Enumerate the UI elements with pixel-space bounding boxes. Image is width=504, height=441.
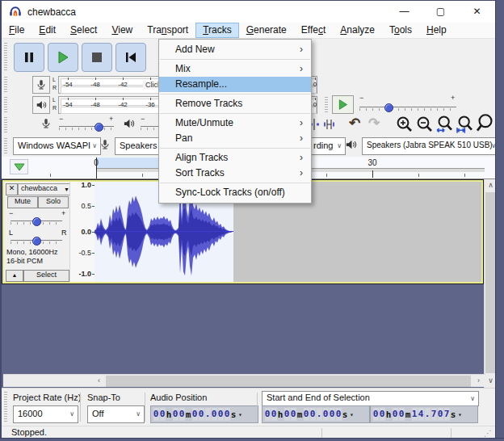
vertical-scale-label: 1.0 <box>70 181 91 189</box>
time-field-arrow-icon[interactable]: ▾ <box>458 411 462 418</box>
snap-to-select[interactable]: Off ∨ <box>87 405 145 423</box>
playback-volume-groove <box>141 126 160 127</box>
selection-start-field[interactable]: 00h00m00.000s▾ <box>262 405 370 423</box>
selection-mode-select[interactable]: Start and End of Selection ∨ <box>262 391 479 406</box>
menu-item-mix[interactable]: Mix› <box>159 61 311 77</box>
transport-toolbar-grip[interactable] <box>4 43 7 72</box>
pin-playhead-button[interactable] <box>10 159 28 174</box>
scroll-right-icon[interactable]: › <box>472 375 485 387</box>
menu-item-sort-tracks[interactable]: Sort Tracks› <box>159 166 311 181</box>
solo-button[interactable]: Solo <box>38 196 69 208</box>
track-close-button[interactable]: ✕ <box>6 183 18 195</box>
record-meter-grip[interactable] <box>4 77 7 93</box>
playback-volume-ticks <box>141 128 160 130</box>
fit-project-button[interactable] <box>456 115 475 134</box>
meter-scale-tick <box>123 98 124 100</box>
resize-grip[interactable]: ⋰ <box>484 429 492 438</box>
time-digit: 0 <box>399 408 405 421</box>
time-digit: 0 <box>438 408 443 421</box>
audacity-logo-icon <box>9 6 22 19</box>
menu-item-add-new[interactable]: Add New› <box>159 42 311 57</box>
track-workspace[interactable]: ✕ chewbacca ▼ Mute Solo − + L R <box>2 179 495 388</box>
zoom-toggle-button[interactable] <box>476 113 495 134</box>
menubar-item-edit[interactable]: Edit <box>32 23 63 38</box>
horizontal-scrollbar-thumb[interactable] <box>106 376 471 387</box>
pan-right-label: R <box>61 229 67 237</box>
project-rate-select[interactable]: 16000 ∨ <box>13 405 78 423</box>
close-button[interactable]: ✕ <box>459 1 495 23</box>
menubar-item-tools[interactable]: Tools <box>382 23 419 38</box>
audio-position-field[interactable]: 00h00m00.000s▾ <box>150 405 258 423</box>
record-volume-thumb[interactable] <box>94 123 103 132</box>
menu-item-mute-unmute[interactable]: Mute/Unmute› <box>159 116 311 131</box>
play-button[interactable] <box>48 43 78 72</box>
mixer-speaker-icon <box>123 117 135 132</box>
menubar-item-view[interactable]: View <box>104 23 140 38</box>
stop-button[interactable] <box>82 43 112 72</box>
audio-host-select[interactable]: Windows WASAPI ∨ <box>13 137 101 155</box>
time-digit: 7 <box>444 408 450 421</box>
selection-toolbar-grip[interactable] <box>4 392 7 422</box>
chevron-down-icon: ∨ <box>470 393 475 405</box>
redo-button[interactable]: ↷ <box>365 115 383 132</box>
device-toolbar-grip[interactable] <box>4 138 7 154</box>
playback-meter-speaker-icon[interactable] <box>32 96 50 114</box>
menu-item-align-tracks[interactable]: Align Tracks› <box>159 150 311 166</box>
menubar-item-generate[interactable]: Generate <box>239 23 294 38</box>
menubar-item-analyze[interactable]: Analyze <box>333 23 382 38</box>
mixer-toolbar-grip[interactable] <box>4 117 7 133</box>
timeline-minor-tick <box>464 174 465 177</box>
undo-button[interactable]: ↶ <box>346 115 363 132</box>
vertical-scale-label: -1.0 <box>70 270 91 278</box>
play-at-speed-grip[interactable] <box>325 97 328 113</box>
window-border-right <box>495 0 504 441</box>
menubar-item-file[interactable]: File <box>2 23 32 38</box>
collapse-track-button[interactable]: ▲ <box>6 270 23 282</box>
minimize-button[interactable]: — <box>386 1 422 23</box>
time-digit: . <box>425 408 430 421</box>
menu-item-pan[interactable]: Pan› <box>159 131 311 146</box>
fit-selection-button[interactable] <box>435 115 455 134</box>
time-digit: 0 <box>323 408 329 421</box>
track-select-button[interactable]: Select <box>23 270 69 282</box>
pan-slider-thumb[interactable] <box>32 237 41 246</box>
record-meter-mic-icon[interactable] <box>32 76 50 94</box>
pause-button[interactable] <box>14 43 44 72</box>
menubar-item-select[interactable]: Select <box>63 23 104 38</box>
playback-meter-r-label: R <box>52 105 57 111</box>
zoom-out-button[interactable] <box>415 115 435 134</box>
record-meter-l-label: L <box>52 77 56 83</box>
playback-device-speaker-icon <box>345 138 357 153</box>
gain-slider-thumb[interactable] <box>32 217 41 226</box>
horizontal-scrollbar[interactable]: ‹ › <box>3 374 485 387</box>
time-digit: 0 <box>153 408 159 421</box>
time-field-arrow-icon[interactable]: ▾ <box>238 411 242 418</box>
selection-end-field[interactable]: 00h00m14.707s▾ <box>370 405 478 423</box>
speed-slider-thumb[interactable] <box>384 103 393 112</box>
skip-to-start-button[interactable] <box>116 43 146 72</box>
project-rate-label: Project Rate (Hz) <box>13 393 81 402</box>
menubar-item-effect[interactable]: Effect <box>294 23 333 38</box>
silence-audio-icon[interactable] <box>322 118 336 131</box>
playback-device-select[interactable]: Speakers (Jabra SPEAK 510 USB) ∨ <box>362 137 500 155</box>
scroll-left-icon[interactable]: ‹ <box>93 375 105 387</box>
meter-scale-tick <box>68 98 69 100</box>
snap-to-label: Snap-To <box>87 393 120 402</box>
playback-meter-grip[interactable] <box>4 97 7 113</box>
time-digit: 0 <box>199 408 204 421</box>
time-field-arrow-icon[interactable]: ▾ <box>350 411 354 418</box>
menubar-item-help[interactable]: Help <box>419 23 454 38</box>
track-name-menu[interactable]: chewbacca ▼ <box>18 183 72 195</box>
menubar-item-tracks[interactable]: Tracks <box>195 23 239 38</box>
meter-scale-tick <box>150 78 151 80</box>
time-digit: 0 <box>380 408 385 421</box>
mute-button[interactable]: Mute <box>7 196 38 208</box>
menu-item-sync-lock-tracks-on-off[interactable]: Sync-Lock Tracks (on/off) <box>159 185 311 200</box>
menubar-item-transport[interactable]: Transport <box>140 23 195 38</box>
play-at-speed-button[interactable] <box>332 95 354 114</box>
menu-item-resample[interactable]: Resample... <box>159 77 311 92</box>
menu-item-remove-tracks[interactable]: Remove Tracks <box>159 96 311 111</box>
maximize-button[interactable]: ▢ <box>422 1 459 23</box>
vertical-scale-label: 0.5 <box>70 202 91 210</box>
zoom-in-button[interactable] <box>395 115 414 134</box>
